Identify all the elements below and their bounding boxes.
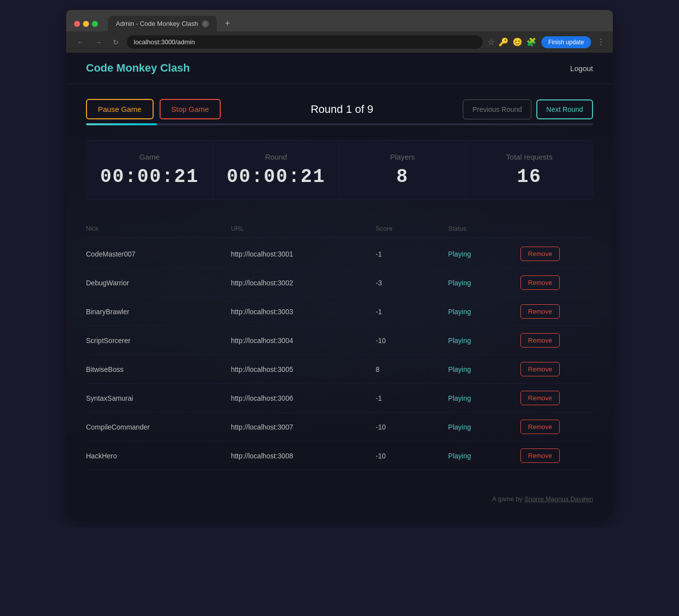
cell-url: http://localhost:3007	[231, 423, 375, 431]
browser-window: Admin - Code Monkey Clash × + ← → ↻ ☆ 🔑 …	[66, 10, 613, 518]
cell-nick: ScriptSorcerer	[86, 337, 231, 345]
round-label: Round	[223, 153, 330, 161]
remove-player-button[interactable]: Remove	[520, 333, 559, 348]
pause-game-button[interactable]: Pause Game	[86, 99, 154, 119]
app-content: Code Monkey Clash Logout Pause Game Stop…	[66, 53, 613, 518]
cell-action: Remove	[520, 247, 593, 261]
refresh-button[interactable]: ↻	[110, 36, 122, 48]
table-row: CodeMaster007 http://localhost:3001 -1 P…	[86, 240, 593, 268]
minimize-traffic-light[interactable]	[83, 21, 89, 27]
cell-score: -1	[376, 250, 448, 258]
players-label: Players	[349, 153, 456, 161]
close-traffic-light[interactable]	[74, 21, 80, 27]
bookmark-icon[interactable]: ☆	[488, 37, 495, 47]
finish-update-button[interactable]: Finish update	[541, 36, 591, 48]
requests-label: Total requests	[476, 153, 583, 161]
table-row: SyntaxSamurai http://localhost:3006 -1 P…	[86, 384, 593, 413]
logout-button[interactable]: Logout	[570, 64, 593, 73]
remove-player-button[interactable]: Remove	[520, 247, 559, 261]
left-buttons: Pause Game Stop Game	[86, 99, 221, 119]
brand-logo: Code Monkey Clash	[86, 62, 190, 75]
tab-close-button[interactable]: ×	[202, 20, 209, 27]
cell-score: -10	[376, 337, 448, 345]
address-bar[interactable]	[127, 35, 483, 49]
col-header-status: Status	[448, 225, 521, 232]
table-row: HackHero http://localhost:3008 -10 Playi…	[86, 441, 593, 470]
cell-score: -10	[376, 423, 448, 431]
col-header-score: Score	[376, 225, 448, 232]
round-timer-card: Round 00:00:21	[213, 141, 340, 199]
cell-url: http://localhost:3006	[231, 394, 375, 402]
remove-player-button[interactable]: Remove	[520, 275, 559, 290]
table-header: Nick URL Score Status	[86, 220, 593, 238]
browser-tab[interactable]: Admin - Code Monkey Clash ×	[108, 16, 217, 31]
col-header-nick: Nick	[86, 225, 231, 232]
extensions-icon[interactable]: 🧩	[526, 37, 536, 47]
cell-nick: HackHero	[86, 452, 231, 460]
remove-player-button[interactable]: Remove	[520, 420, 559, 434]
toolbar-icons: ☆ 🔑 😊 🧩	[488, 37, 536, 47]
game-label: Game	[96, 153, 203, 161]
cell-nick: CodeMaster007	[86, 250, 231, 258]
more-menu-icon[interactable]: ⋮	[597, 37, 605, 47]
next-round-button[interactable]: Next Round	[536, 99, 593, 119]
remove-player-button[interactable]: Remove	[520, 304, 559, 319]
maximize-traffic-light[interactable]	[92, 21, 98, 27]
cell-score: 8	[376, 365, 448, 373]
browser-titlebar: Admin - Code Monkey Clash × +	[66, 10, 613, 31]
tab-title: Admin - Code Monkey Clash	[116, 20, 198, 27]
requests-count: 16	[476, 166, 583, 187]
remove-player-button[interactable]: Remove	[520, 391, 559, 405]
table-row: DebugWarrior http://localhost:3002 -3 Pl…	[86, 268, 593, 297]
cell-url: http://localhost:3004	[231, 337, 375, 345]
cell-score: -3	[376, 279, 448, 287]
cell-action: Remove	[520, 333, 593, 348]
remove-player-button[interactable]: Remove	[520, 448, 559, 463]
top-nav: Code Monkey Clash Logout	[66, 53, 613, 84]
round-time: 00:00:21	[223, 166, 330, 187]
cell-url: http://localhost:3008	[231, 452, 375, 460]
table-row: BinaryBrawler http://localhost:3003 -1 P…	[86, 297, 593, 326]
cell-url: http://localhost:3003	[231, 308, 375, 316]
cell-status: Playing	[448, 452, 521, 460]
previous-round-button[interactable]: Previous Round	[463, 99, 531, 119]
back-button[interactable]: ←	[74, 36, 87, 48]
forward-button[interactable]: →	[92, 36, 105, 48]
remove-player-button[interactable]: Remove	[520, 362, 559, 376]
cell-action: Remove	[520, 304, 593, 319]
cell-status: Playing	[448, 308, 521, 316]
stats-grid: Game 00:00:21 Round 00:00:21 Players 8 T…	[86, 140, 593, 200]
players-count: 8	[349, 166, 456, 187]
password-icon[interactable]: 🔑	[499, 37, 509, 47]
footer-text: A game by	[492, 495, 524, 503]
main-area: Pause Game Stop Game Round 1 of 9 Previo…	[66, 84, 613, 485]
cell-action: Remove	[520, 448, 593, 463]
game-time: 00:00:21	[96, 166, 203, 187]
stop-game-button[interactable]: Stop Game	[160, 99, 221, 119]
new-tab-button[interactable]: +	[225, 18, 230, 29]
cell-score: -1	[376, 308, 448, 316]
col-header-url: URL	[231, 225, 375, 232]
cell-action: Remove	[520, 362, 593, 376]
author-link[interactable]: Snorre Magnus Davøen	[524, 495, 593, 503]
cell-status: Playing	[448, 365, 521, 373]
cell-nick: DebugWarrior	[86, 279, 231, 287]
cell-score: -10	[376, 452, 448, 460]
cell-action: Remove	[520, 420, 593, 434]
controls-row: Pause Game Stop Game Round 1 of 9 Previo…	[86, 99, 593, 119]
requests-card: Total requests 16	[466, 141, 593, 199]
progress-container	[86, 123, 593, 125]
cell-action: Remove	[520, 275, 593, 290]
progress-bar	[86, 123, 157, 125]
cell-score: -1	[376, 394, 448, 402]
cell-url: http://localhost:3001	[231, 250, 375, 258]
traffic-lights	[74, 21, 98, 27]
cell-nick: BitwiseBoss	[86, 365, 231, 373]
table-row: ScriptSorcerer http://localhost:3004 -10…	[86, 326, 593, 355]
emoji-icon[interactable]: 😊	[512, 37, 522, 47]
players-table: Nick URL Score Status CodeMaster007 http…	[86, 220, 593, 470]
table-row: BitwiseBoss http://localhost:3005 8 Play…	[86, 355, 593, 384]
col-header-action	[520, 225, 593, 232]
players-card: Players 8	[340, 141, 466, 199]
cell-action: Remove	[520, 391, 593, 405]
